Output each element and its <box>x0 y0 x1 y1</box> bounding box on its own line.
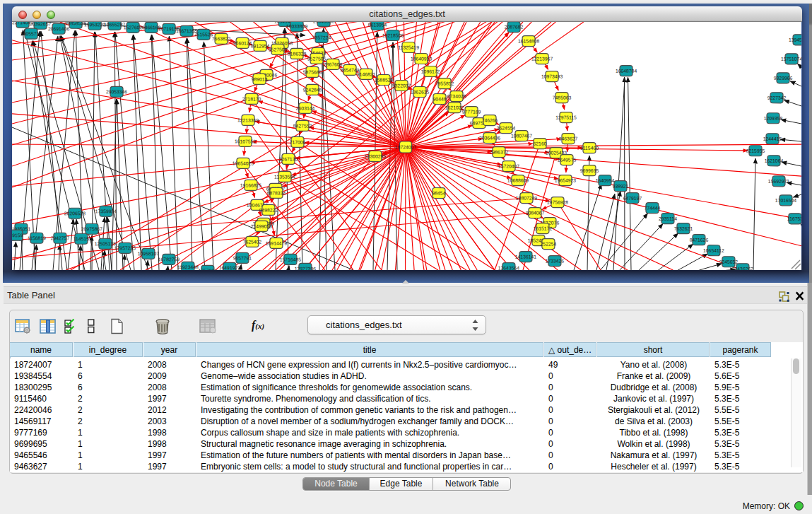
svg-text:8186328: 8186328 <box>288 51 307 56</box>
svg-text:12505135: 12505135 <box>95 241 116 246</box>
svg-text:11923448: 11923448 <box>177 264 199 269</box>
svg-text:9227342: 9227342 <box>767 95 787 100</box>
svg-text:7955812: 7955812 <box>435 81 454 86</box>
svg-text:90448: 90448 <box>433 97 447 102</box>
svg-text:9245652: 9245652 <box>719 259 739 264</box>
svg-text:15751074: 15751074 <box>781 57 801 62</box>
svg-text:11353594: 11353594 <box>274 174 295 179</box>
svg-text:9777169: 9777169 <box>462 110 481 115</box>
svg-text:8471626: 8471626 <box>690 238 709 243</box>
svg-text:18640910: 18640910 <box>411 57 432 62</box>
svg-text:6479197: 6479197 <box>623 196 642 201</box>
svg-text:15720407: 15720407 <box>498 164 519 169</box>
svg-text:12975115: 12975115 <box>555 115 577 120</box>
svg-text:20691406: 20691406 <box>48 26 69 31</box>
svg-text:29053346: 29053346 <box>106 89 127 94</box>
svg-text:17359924: 17359924 <box>95 209 117 214</box>
svg-text:19756928: 19756928 <box>547 200 568 205</box>
svg-text:12213967: 12213967 <box>531 57 553 62</box>
svg-text:20364436: 20364436 <box>479 136 500 141</box>
svg-text:114515: 114515 <box>73 236 89 241</box>
svg-text:16914479: 16914479 <box>266 240 287 245</box>
svg-text:12927396: 12927396 <box>295 266 316 270</box>
svg-text:12643564: 12643564 <box>498 266 519 270</box>
svg-text:3267130: 3267130 <box>279 156 298 161</box>
svg-text:2942757: 2942757 <box>51 235 70 240</box>
svg-text:2867608: 2867608 <box>324 62 343 66</box>
svg-text:9146821: 9146821 <box>357 71 376 76</box>
svg-text:15692971: 15692971 <box>768 179 789 184</box>
svg-text:9329966: 9329966 <box>774 76 793 81</box>
svg-text:18300295: 18300295 <box>365 153 386 158</box>
svg-text:8613054: 8613054 <box>368 22 387 27</box>
svg-text:7986372: 7986372 <box>490 150 509 155</box>
svg-text:7632621: 7632621 <box>674 226 693 231</box>
svg-text:252254: 252254 <box>541 242 557 247</box>
svg-text:16491923: 16491923 <box>219 265 240 270</box>
svg-text:15716485: 15716485 <box>280 257 301 262</box>
svg-text:1527602: 1527602 <box>124 25 143 30</box>
svg-text:7625402: 7625402 <box>243 239 262 244</box>
svg-text:2603144: 2603144 <box>296 105 315 110</box>
svg-text:10973493: 10973493 <box>541 74 563 79</box>
svg-text:9463627: 9463627 <box>559 136 578 141</box>
svg-text:1757086: 1757086 <box>199 268 218 270</box>
svg-text:10688609: 10688609 <box>507 178 529 183</box>
svg-text:1621064: 1621064 <box>765 158 784 163</box>
svg-text:23436262: 23436262 <box>732 267 753 270</box>
svg-text:19654923: 19654923 <box>555 178 576 183</box>
svg-text:16107552: 16107552 <box>235 139 256 144</box>
svg-text:16033809: 16033809 <box>286 23 307 28</box>
svg-text:18807249: 18807249 <box>516 196 537 201</box>
svg-text:12213369: 12213369 <box>237 117 259 122</box>
svg-text:717006: 717006 <box>290 139 306 144</box>
svg-text:19654025: 19654025 <box>233 160 254 165</box>
svg-text:17016504: 17016504 <box>775 198 796 203</box>
svg-text:20975867: 20975867 <box>81 226 102 231</box>
svg-text:9660124: 9660124 <box>233 40 252 45</box>
svg-text:9527509: 9527509 <box>269 47 288 52</box>
svg-text:15953222: 15953222 <box>84 22 105 27</box>
svg-text:1621022: 1621022 <box>445 105 464 110</box>
svg-text:25046038: 25046038 <box>313 22 334 23</box>
svg-text:3624554: 3624554 <box>497 126 516 131</box>
svg-text:1615172: 1615172 <box>534 226 553 231</box>
svg-text:746266: 746266 <box>482 118 498 123</box>
svg-text:14136141: 14136141 <box>515 255 536 259</box>
svg-text:9657791: 9657791 <box>233 255 252 260</box>
svg-text:8878334: 8878334 <box>267 190 286 195</box>
svg-text:19055712: 19055712 <box>20 31 42 36</box>
svg-text:5875685: 5875685 <box>303 69 322 74</box>
svg-text:16648784: 16648784 <box>616 69 637 74</box>
svg-text:1156819: 1156819 <box>28 235 46 240</box>
svg-text:23858526: 23858526 <box>65 22 86 25</box>
svg-text:1733426: 1733426 <box>546 259 565 264</box>
svg-text:17957225: 17957225 <box>114 245 136 250</box>
svg-text:2935114: 2935114 <box>659 216 677 221</box>
svg-text:1649575: 1649575 <box>558 158 577 163</box>
svg-text:1096172: 1096172 <box>421 69 440 74</box>
svg-text:1362615: 1362615 <box>411 90 430 95</box>
svg-text:7515526: 7515526 <box>194 32 213 37</box>
svg-text:7663822: 7663822 <box>212 36 231 41</box>
svg-text:10807467: 10807467 <box>511 134 532 139</box>
svg-text:10654112: 10654112 <box>703 248 724 253</box>
svg-text:10958107: 10958107 <box>138 251 159 256</box>
svg-text:2718170: 2718170 <box>242 96 261 101</box>
svg-text:2087682: 2087682 <box>505 25 524 30</box>
svg-text:19218506: 19218506 <box>382 33 404 37</box>
svg-text:1209358: 1209358 <box>764 116 783 121</box>
svg-text:8912954: 8912954 <box>251 43 270 48</box>
svg-text:39159: 39159 <box>12 233 23 238</box>
svg-text:774444: 774444 <box>645 206 661 211</box>
svg-text:9115460: 9115460 <box>580 146 599 151</box>
svg-text:116753: 116753 <box>787 216 801 221</box>
svg-text:10655287: 10655287 <box>104 22 125 27</box>
svg-text:16782759: 16782759 <box>158 257 180 262</box>
svg-text:18724007: 18724007 <box>395 144 416 149</box>
svg-text:19166825: 19166825 <box>240 182 261 187</box>
svg-text:9084067: 9084067 <box>526 211 545 216</box>
svg-text:8427552: 8427552 <box>293 123 312 128</box>
svg-text:11325419: 11325419 <box>398 45 419 49</box>
svg-text:21499058: 21499058 <box>251 223 272 228</box>
